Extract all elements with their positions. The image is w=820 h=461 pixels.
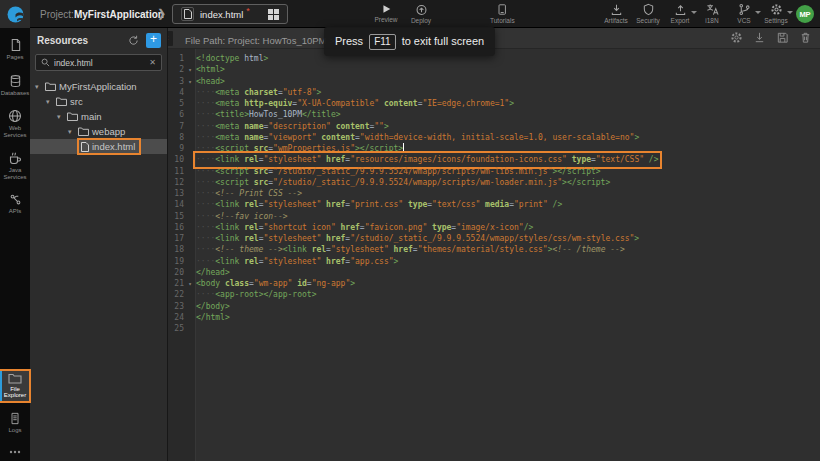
project-label: Project: xyxy=(40,9,74,20)
line-number: 21 xyxy=(168,278,184,289)
action-label: i18N xyxy=(705,17,718,24)
tree-folder-icon xyxy=(56,97,67,106)
sidebar-item-file-explorer[interactable]: File Explorer xyxy=(1,371,29,401)
code-line[interactable]: 10····<link rel="stylesheet" href="resou… xyxy=(168,154,820,165)
fold-marker-icon xyxy=(184,109,196,120)
split-grid-icon[interactable] xyxy=(268,9,279,20)
tree-folder-icon xyxy=(45,82,56,91)
code-line[interactable]: 3▾<head> xyxy=(168,76,820,87)
search-input[interactable] xyxy=(54,58,145,68)
delete-file-icon[interactable] xyxy=(799,31,812,44)
line-number: 6 xyxy=(168,109,184,120)
highlight-box: index.html xyxy=(79,140,139,153)
book-icon xyxy=(496,3,508,16)
sidebar-more-button[interactable] xyxy=(1,448,29,456)
editor-settings-gear-icon[interactable] xyxy=(730,31,743,44)
code-line[interactable]: 19····<link rel="stylesheet" href="app.c… xyxy=(168,256,820,267)
tree-folder-icon xyxy=(78,127,89,136)
tree-item-webapp[interactable]: ▾webapp xyxy=(30,124,167,139)
tree-item-src[interactable]: ▾src xyxy=(30,94,167,109)
code-line[interactable]: 13····<!-- Print CSS --> xyxy=(168,188,820,199)
fold-marker-icon xyxy=(184,53,196,64)
code-text: ····<meta charset="utf-8"> xyxy=(196,87,321,98)
fold-marker-icon xyxy=(184,289,196,300)
download-file-icon[interactable] xyxy=(753,31,766,44)
code-line[interactable]: 5····<meta http-equiv="X-UA-Compatible" … xyxy=(168,98,820,109)
code-line[interactable]: 6····<title>HowTos_10PM</title> xyxy=(168,109,820,120)
settings-button[interactable]: Settings xyxy=(764,3,788,24)
sidebar-item-pages[interactable]: Pages xyxy=(1,36,29,63)
code-line[interactable]: 2▾<html> xyxy=(168,64,820,75)
fold-marker-icon[interactable]: ▾ xyxy=(184,76,196,87)
tree-folder-icon xyxy=(67,112,78,121)
sidebar-item-logs[interactable]: Logs xyxy=(1,410,29,436)
sidebar-item-label: Java Services xyxy=(1,167,29,180)
sidebar-item-label: Logs xyxy=(8,427,21,434)
code-line[interactable]: 21▾<body class="wm-app" id="ng-app"> xyxy=(168,278,820,289)
code-line[interactable]: 18····<!-- theme --><link rel="styleshee… xyxy=(168,244,820,255)
fold-marker-icon xyxy=(184,166,196,177)
code-line[interactable]: 24</html> xyxy=(168,312,820,323)
code-line[interactable]: 9····<script src="wmProperties.js"></scr… xyxy=(168,143,820,154)
database-icon xyxy=(9,74,22,88)
sidebar-item-apis[interactable]: APIs xyxy=(1,191,29,217)
line-number: 17 xyxy=(168,233,184,244)
export-button[interactable]: Export xyxy=(668,3,692,24)
code-line[interactable]: 7····<meta name="description" content=""… xyxy=(168,121,820,132)
tutorials-button[interactable]: Tutorials xyxy=(490,3,515,24)
code-line[interactable]: 25 xyxy=(168,323,820,334)
code-line[interactable]: 11····<script src="/studio/_static_/9.9.… xyxy=(168,166,820,177)
refresh-icon[interactable] xyxy=(128,35,139,46)
deploy-button[interactable]: Deploy xyxy=(409,3,433,24)
globe-icon xyxy=(8,109,22,123)
sidebar-item-label: Web Services xyxy=(1,125,29,138)
user-avatar[interactable]: MP xyxy=(796,5,814,23)
code-text: ····<link rel="shortcut icon" href="favi… xyxy=(196,222,533,233)
add-resource-button[interactable]: + xyxy=(146,33,161,48)
preview-button[interactable]: Preview xyxy=(374,3,398,24)
action-label: Artifacts xyxy=(604,17,627,24)
code-text: ····<meta name="viewport" content="width… xyxy=(196,132,639,143)
tab-index-html[interactable]: index.html * xyxy=(172,4,288,24)
sidebar-item-label: Databases xyxy=(1,90,30,97)
app-logo[interactable] xyxy=(0,0,30,28)
code-line[interactable]: 12····<script src="/studio/_static_/9.9.… xyxy=(168,177,820,188)
fold-marker-icon xyxy=(184,323,196,334)
code-line[interactable]: 15····<!--fav icon--> xyxy=(168,211,820,222)
tree-item-myfirstapplication[interactable]: ▾MyFirstApplication xyxy=(30,79,167,94)
code-line[interactable]: 20</head> xyxy=(168,267,820,278)
code-area[interactable]: 1<!doctype html>2▾<html>3▾<head>4····<me… xyxy=(168,49,820,461)
code-lines: 1<!doctype html>2▾<html>3▾<head>4····<me… xyxy=(168,53,820,334)
code-line[interactable]: 8····<meta name="viewport" content="widt… xyxy=(168,132,820,143)
play-icon xyxy=(380,3,392,15)
sidebar-item-databases[interactable]: Databases xyxy=(1,72,29,99)
tree-expand-icon[interactable]: ▾ xyxy=(68,128,75,136)
sidebar-item-web-services[interactable]: Web Services xyxy=(1,107,29,140)
fold-marker-icon[interactable]: ▾ xyxy=(184,278,196,289)
tree-expand-icon[interactable]: ▾ xyxy=(35,83,42,91)
tree-item-index.html[interactable]: index.html xyxy=(30,139,167,154)
code-line[interactable]: 17····<link rel="stylesheet" href="/stud… xyxy=(168,233,820,244)
line-number: 19 xyxy=(168,256,184,267)
code-line[interactable]: 22····<app-root></app-root> xyxy=(168,289,820,300)
translate-icon xyxy=(706,3,719,16)
tree-item-main[interactable]: ▾main xyxy=(30,109,167,124)
sidebar-item-java-services[interactable]: Java Services xyxy=(1,149,29,182)
line-number: 20 xyxy=(168,267,184,278)
artifacts-button[interactable]: Artifacts xyxy=(604,3,628,24)
code-line[interactable]: 14····<link rel="stylesheet" href="print… xyxy=(168,199,820,210)
tree-expand-icon[interactable]: ▾ xyxy=(46,98,53,106)
code-line[interactable]: 16····<link rel="shortcut icon" href="fa… xyxy=(168,222,820,233)
save-file-icon[interactable] xyxy=(776,31,789,44)
code-line[interactable]: 23</body> xyxy=(168,301,820,312)
code-line[interactable]: 4····<meta charset="utf-8"> xyxy=(168,87,820,98)
vcs-button[interactable]: VCS xyxy=(732,3,756,24)
tree-expand-icon[interactable]: ▾ xyxy=(57,113,64,121)
security-button[interactable]: Security xyxy=(636,3,660,24)
fold-marker-icon[interactable]: ▾ xyxy=(184,64,196,75)
more-dots-icon xyxy=(9,450,21,454)
code-text: <body class="wm-app" id="ng-app"> xyxy=(196,278,355,289)
i18n-button[interactable]: i18N xyxy=(700,3,724,24)
clear-search-icon[interactable]: ✕ xyxy=(149,58,156,67)
line-number: 9 xyxy=(168,143,184,154)
